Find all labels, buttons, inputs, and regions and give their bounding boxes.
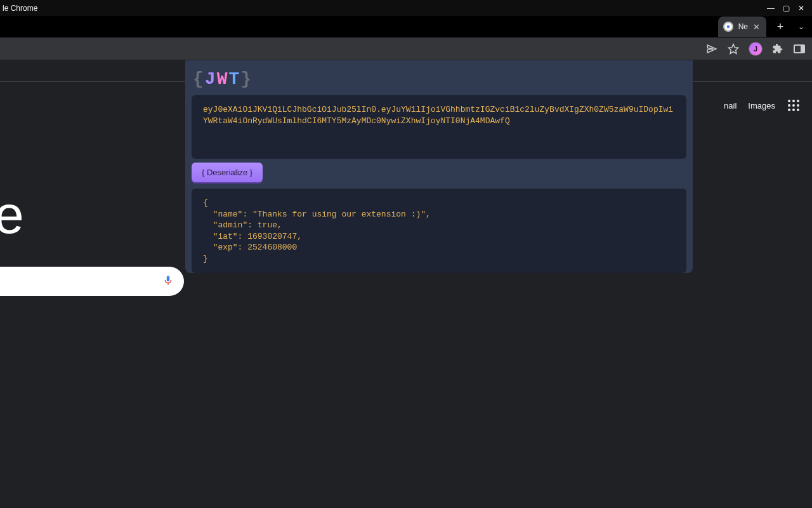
- profile-avatar[interactable]: J: [749, 42, 763, 56]
- chrome-icon: [723, 22, 733, 32]
- apps-grid-icon[interactable]: [787, 98, 801, 112]
- jwt-extension-popup: { J W T } eyJ0eXAiOiJKV1QiLCJhbGciOiJub2…: [185, 60, 693, 273]
- browser-toolbar: J: [0, 37, 812, 60]
- extensions-puzzle-icon[interactable]: [771, 43, 784, 55]
- google-logo: ogle: [0, 184, 23, 246]
- page-content: nail Images ogle { J W T } eyJ0eXAiOiJKV…: [0, 60, 812, 508]
- tab-title: Ne: [738, 22, 748, 31]
- images-link[interactable]: Images: [748, 101, 775, 110]
- side-panel-icon[interactable]: [793, 43, 806, 55]
- google-search-bar[interactable]: [0, 267, 184, 296]
- browser-tab-active[interactable]: Ne ✕: [718, 17, 766, 37]
- brace-close-icon: }: [240, 69, 251, 89]
- os-titlebar: le Chrome — ▢ ✕: [0, 0, 812, 16]
- close-icon[interactable]: ✕: [797, 4, 806, 13]
- bookmark-star-icon[interactable]: [727, 43, 740, 55]
- extension-logo: { J W T }: [192, 67, 686, 95]
- new-tab-button[interactable]: +: [771, 18, 789, 36]
- tabs-menu-icon[interactable]: ⌄: [798, 22, 804, 31]
- gmail-link[interactable]: nail: [724, 101, 737, 110]
- browser-tabstrip: Ne ✕ + ⌄: [0, 16, 812, 37]
- tab-close-icon[interactable]: ✕: [753, 22, 760, 32]
- minimize-icon[interactable]: —: [766, 4, 775, 13]
- window-controls: — ▢ ✕: [766, 4, 809, 13]
- jwt-output: { "name": "Thanks for using our extensio…: [192, 189, 686, 273]
- microphone-icon[interactable]: [162, 272, 174, 290]
- send-icon[interactable]: [705, 43, 718, 55]
- svg-point-1: [726, 25, 730, 29]
- deserialize-button[interactable]: { Deserialize }: [192, 163, 263, 182]
- window-title: le Chrome: [0, 4, 37, 13]
- maximize-icon[interactable]: ▢: [782, 4, 790, 13]
- brace-open-icon: {: [193, 69, 204, 89]
- google-header-links: nail Images: [724, 98, 801, 112]
- svg-marker-2: [729, 44, 738, 53]
- jwt-token-input[interactable]: eyJ0eXAiOiJKV1QiLCJhbGciOiJub25lIn0.eyJu…: [192, 95, 686, 159]
